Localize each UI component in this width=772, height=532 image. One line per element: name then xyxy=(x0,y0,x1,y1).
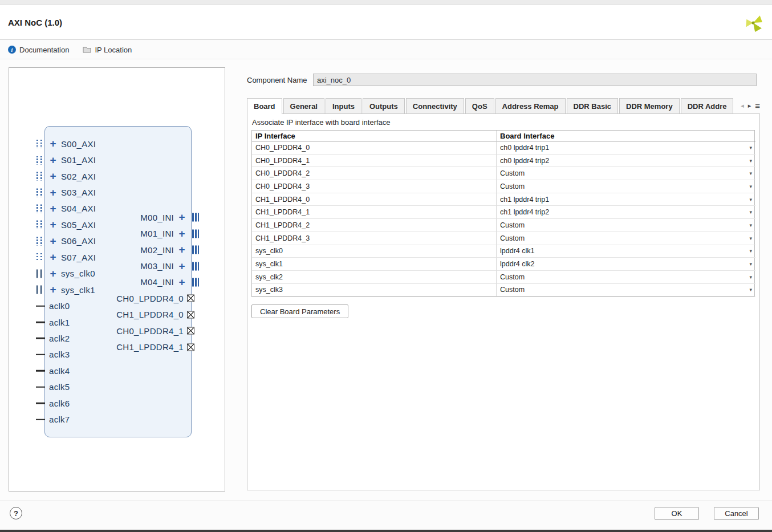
board-interface-value: ch1 lpddr4 trip1 xyxy=(500,196,549,204)
toolbar: i Documentation IP Location xyxy=(0,40,772,59)
port-s00-axi: + S00_AXI xyxy=(44,136,185,152)
board-interface-select[interactable]: lpddr4 clk2▾ xyxy=(496,258,755,271)
tab-ddr-address[interactable]: DDR Addre xyxy=(681,98,733,113)
expand-icon[interactable]: + xyxy=(49,156,57,164)
expand-icon[interactable]: + xyxy=(49,189,57,197)
tab-general[interactable]: General xyxy=(283,98,324,113)
clk-stub-icon xyxy=(36,286,42,294)
column-header-ip-interface: IP Interface xyxy=(252,131,496,141)
board-interface-select[interactable]: Custom▾ xyxy=(496,180,755,193)
ip-interface-cell: CH0_LPDDR4_3 xyxy=(252,180,496,193)
port-ch0-lpddr4-1: CH0_LPDDR4_1 xyxy=(48,323,190,339)
tab-board[interactable]: Board xyxy=(247,98,282,114)
dropdown-arrow-icon: ▾ xyxy=(749,158,752,164)
axi-stub-icon xyxy=(36,156,44,164)
cancel-button[interactable]: Cancel xyxy=(714,507,759,520)
port-label: CH0_LPDDR4_0 xyxy=(116,294,184,303)
port-ch0-lpddr4-0: CH0_LPDDR4_0 xyxy=(48,290,190,306)
unconnected-icon xyxy=(187,311,194,318)
axi-stub-icon xyxy=(36,237,44,245)
expand-icon[interactable]: + xyxy=(178,278,186,286)
ip-customization-dialog: AXI NoC (1.0) i Documentation IP Locatio… xyxy=(0,0,772,532)
tab-ddr-memory[interactable]: DDR Memory xyxy=(619,98,680,113)
dialog-footer: ? OK Cancel xyxy=(0,501,772,530)
port-label: M03_INI xyxy=(140,261,174,271)
ok-button[interactable]: OK xyxy=(655,507,699,520)
unconnected-icon xyxy=(187,295,194,302)
port-label: M04_INI xyxy=(140,277,174,287)
board-interface-table: IP Interface Board Interface CH0_LPDDR4_… xyxy=(251,130,755,297)
port-ch1-lpddr4-0: CH1_LPDDR4_0 xyxy=(48,307,190,323)
dropdown-arrow-icon: ▾ xyxy=(749,209,752,215)
dropdown-arrow-icon: ▾ xyxy=(749,235,752,241)
tab-menu-icon[interactable]: ≡ xyxy=(755,101,760,111)
column-header-board-interface: Board Interface xyxy=(496,131,755,141)
port-label: M02_INI xyxy=(140,245,174,255)
board-interface-select[interactable]: Custom▾ xyxy=(496,284,755,297)
tab-outputs[interactable]: Outputs xyxy=(363,98,405,113)
board-interface-value: Custom xyxy=(500,273,525,281)
port-m03-ini: M03_INI + xyxy=(48,258,190,274)
ip-interface-cell: CH1_LPDDR4_1 xyxy=(252,206,496,219)
port-label: M00_INI xyxy=(140,213,174,222)
board-interface-select[interactable]: Custom▾ xyxy=(496,167,755,180)
ini-stub-icon xyxy=(192,229,200,238)
expand-icon[interactable]: + xyxy=(178,213,186,221)
pin-stub-icon xyxy=(36,387,45,388)
board-interface-select[interactable]: ch0 lpddr4 trip1▾ xyxy=(496,141,755,155)
axi-stub-icon xyxy=(36,253,44,262)
expand-icon[interactable]: + xyxy=(49,172,57,180)
tab-connectivity[interactable]: Connectivity xyxy=(406,98,464,113)
tab-address-remap[interactable]: Address Remap xyxy=(495,98,566,113)
documentation-button[interactable]: i Documentation xyxy=(8,46,69,54)
pin-stub-icon xyxy=(36,370,45,372)
ip-interface-cell: CH1_LPDDR4_3 xyxy=(252,232,496,245)
ip-location-label: IP Location xyxy=(95,46,132,54)
expand-icon[interactable]: + xyxy=(178,246,186,254)
help-button[interactable]: ? xyxy=(10,507,22,519)
ip-interface-cell: CH0_LPDDR4_1 xyxy=(252,155,496,168)
board-interface-select[interactable]: Custom▾ xyxy=(496,232,755,245)
pin-stub-icon xyxy=(36,419,45,420)
port-m04-ini: M04_INI + xyxy=(48,274,190,290)
board-interface-value: ch0 lpddr4 trip2 xyxy=(500,157,549,165)
component-name-input[interactable] xyxy=(313,74,757,86)
tab-qos[interactable]: QoS xyxy=(465,98,494,113)
pin-stub-icon xyxy=(36,403,45,404)
expand-icon[interactable]: + xyxy=(49,140,57,148)
axi-stub-icon xyxy=(36,188,44,197)
port-aclk4: aclk4 xyxy=(44,363,185,379)
expand-icon[interactable]: + xyxy=(178,230,186,238)
ip-location-button[interactable]: IP Location xyxy=(83,46,132,54)
board-interface-value: lpddr4 clk2 xyxy=(500,260,534,268)
board-interface-value: Custom xyxy=(500,182,525,190)
board-instruction: Associate IP interface with board interf… xyxy=(252,118,391,127)
dropdown-arrow-icon: ▾ xyxy=(749,287,752,293)
port-aclk7: aclk7 xyxy=(44,411,185,427)
ini-stub-icon xyxy=(192,246,200,254)
port-m00-ini: M00_INI + xyxy=(48,209,190,225)
component-name-label: Component Name xyxy=(247,76,307,84)
board-interface-select[interactable]: ch1 lpddr4 trip1▾ xyxy=(496,193,755,206)
window-bottom-bar xyxy=(0,530,772,532)
pin-stub-icon xyxy=(36,322,45,323)
documentation-label: Documentation xyxy=(19,46,69,54)
clear-board-parameters-button[interactable]: Clear Board Parameters xyxy=(251,304,348,318)
dropdown-arrow-icon: ▾ xyxy=(749,197,752,202)
tab-ddr-basic[interactable]: DDR Basic xyxy=(567,98,618,113)
expand-icon[interactable]: + xyxy=(178,262,186,270)
port-label: S03_AXI xyxy=(61,188,96,197)
board-interface-select[interactable]: lpddr4 clk1▾ xyxy=(496,245,755,258)
board-interface-select[interactable]: ch0 lpddr4 trip2▾ xyxy=(496,155,755,168)
ini-stub-icon xyxy=(192,262,200,270)
tab-inputs[interactable]: Inputs xyxy=(326,98,361,113)
tab-scroll-right-icon[interactable]: ▸ xyxy=(748,102,751,109)
board-interface-select[interactable]: Custom▾ xyxy=(496,271,755,284)
tab-scroll-left-icon[interactable]: ◂ xyxy=(741,102,744,109)
board-interface-select[interactable]: Custom▾ xyxy=(496,219,755,232)
board-interface-value: ch1 lpddr4 trip2 xyxy=(500,208,549,216)
ip-interface-cell: sys_clk2 xyxy=(252,271,496,284)
board-interface-select[interactable]: ch1 lpddr4 trip2▾ xyxy=(496,206,755,219)
info-icon: i xyxy=(8,46,16,54)
ip-interface-cell: sys_clk0 xyxy=(252,245,496,258)
